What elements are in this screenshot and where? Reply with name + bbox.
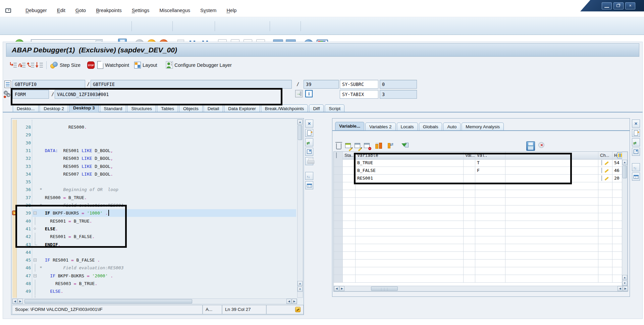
goto-statement-icon[interactable] xyxy=(295,90,303,97)
restore-button[interactable] xyxy=(613,2,624,9)
code-line-35[interactable]: 35 xyxy=(11,178,296,186)
variable-row-empty[interactable] xyxy=(334,236,623,244)
move-column-icon[interactable]: ⇄ xyxy=(387,142,395,150)
variables-tab-globals[interactable]: Globals xyxy=(419,123,442,130)
change-value-icon[interactable] xyxy=(601,160,602,166)
code-line-45[interactable]: 45 IF RES001 = B_FALSE . xyxy=(11,256,296,264)
variables-tab-locals[interactable]: Locals xyxy=(397,123,418,130)
table-scroll-right-icon[interactable]: ▶ xyxy=(339,286,344,291)
line-number-field[interactable]: 39 xyxy=(304,80,339,89)
include-field[interactable]: GBTFUFIE xyxy=(91,80,292,89)
code-line-33[interactable]: 33 RES005 LIKE D_BOOL, xyxy=(11,162,296,170)
change-variable-icon[interactable] xyxy=(354,142,362,150)
info-icon[interactable]: i xyxy=(305,90,313,97)
code-line-32[interactable]: 32 RES003 LIKE D_BOOL, xyxy=(11,154,296,162)
step-return-icon[interactable] xyxy=(27,61,35,69)
table-vscrollbar[interactable]: ▲ ▲ ▼ xyxy=(622,152,628,286)
col-change[interactable]: Ch... xyxy=(598,152,612,159)
maximize-variables-icon[interactable] xyxy=(632,148,640,156)
fold-icon[interactable] xyxy=(34,259,37,262)
table-scroll-left2-icon[interactable]: ◀ xyxy=(618,286,623,291)
row-selector[interactable] xyxy=(334,221,343,229)
table-variables-icon[interactable] xyxy=(632,173,640,181)
scroll-right2-icon[interactable]: ▶ xyxy=(292,299,297,304)
editor-hscrollbar[interactable]: ◀ ▶ ◀ ▶ xyxy=(12,298,297,304)
row-selector[interactable] xyxy=(334,205,343,213)
sap-menu-icon[interactable] xyxy=(5,8,11,13)
menu-item-system[interactable]: System xyxy=(195,7,221,14)
variable-row-empty[interactable] xyxy=(334,275,623,283)
menu-item-breakpoints[interactable]: Breakpoints xyxy=(91,7,127,14)
configure-debugger-layer-button[interactable]: Configure Debugger Layer xyxy=(174,62,232,68)
scroll-left-icon[interactable]: ◀ xyxy=(12,299,17,304)
step-over-icon[interactable] xyxy=(18,61,26,69)
close-variables-icon[interactable]: × xyxy=(632,120,640,128)
maximize-view-icon[interactable] xyxy=(305,148,313,156)
print-view-icon[interactable] xyxy=(305,157,313,165)
variable-row-empty[interactable] xyxy=(334,198,623,205)
step-size-icon[interactable] xyxy=(50,62,58,68)
menu-item-debugger[interactable]: Debugger xyxy=(20,7,52,14)
code-line-47[interactable]: 47 IF BKPF-BUKRS = '2000' . xyxy=(11,272,296,280)
menu-item-goto[interactable]: Goto xyxy=(70,7,91,14)
row-selector[interactable] xyxy=(334,152,343,159)
menu-item-help[interactable]: Help xyxy=(221,7,241,14)
table-view-icon[interactable] xyxy=(305,181,313,189)
swap-variables-icon[interactable]: ⇄ xyxy=(632,138,640,146)
close-view-icon[interactable]: × xyxy=(305,120,313,128)
filter-icon[interactable] xyxy=(401,142,409,150)
compare-variables-icon[interactable]: ↓↓ xyxy=(375,142,383,150)
tab-diff[interactable]: Diff xyxy=(309,104,324,112)
scroll-right-icon[interactable]: ▶ xyxy=(18,299,23,304)
continue-icon[interactable] xyxy=(36,61,44,69)
watchpoint-icon[interactable] xyxy=(97,61,103,69)
delete-row-icon[interactable]: − xyxy=(363,142,371,150)
row-selector[interactable] xyxy=(334,190,343,198)
close-button[interactable]: × xyxy=(625,2,635,9)
code-line-31[interactable]: 31 DATA: RES001 LIKE D_BOOL, xyxy=(11,147,296,154)
row-selector[interactable] xyxy=(334,198,343,205)
step-into-icon[interactable] xyxy=(9,61,17,69)
tab-objects[interactable]: Objects xyxy=(179,104,203,112)
delete-variable-icon[interactable] xyxy=(335,142,343,150)
fold-icon[interactable] xyxy=(34,274,37,277)
editor-vscroll-thumb[interactable] xyxy=(298,125,302,140)
step-size-button[interactable]: Step Size xyxy=(60,62,80,68)
menu-item-miscellaneous[interactable]: Miscellaneous xyxy=(154,7,195,14)
layout-icon[interactable] xyxy=(134,62,141,68)
table-vscroll-thumb[interactable] xyxy=(623,166,627,178)
code-line-36[interactable]: 36* Beginning of OR loop xyxy=(11,186,296,193)
variables-tab-variable-[interactable]: Variable... xyxy=(335,122,364,130)
code-line-49[interactable]: 49 ELSE. xyxy=(11,287,296,295)
program-field[interactable]: GBTFUFI0 xyxy=(12,80,85,89)
change-value-icon[interactable] xyxy=(601,175,602,181)
updown-views-icon[interactable]: ↑↓ xyxy=(305,172,313,180)
services-icon[interactable] xyxy=(538,141,546,149)
table-scroll-right2-icon[interactable]: ▶ xyxy=(623,286,628,291)
row-selector[interactable] xyxy=(334,275,343,283)
code-line-44[interactable]: 44 xyxy=(11,248,296,256)
minimize-button[interactable] xyxy=(602,2,612,9)
variables-tab-auto[interactable]: Auto xyxy=(443,123,461,130)
menu-item-settings[interactable]: Settings xyxy=(127,7,154,14)
code-line-37[interactable]: 37 RES000 = B_TRUE. xyxy=(11,194,296,201)
table-scroll-up-icon[interactable]: ▲ xyxy=(622,160,627,165)
variable-row-empty[interactable] xyxy=(334,260,623,267)
row-selector[interactable] xyxy=(334,267,343,275)
variable-row-empty[interactable] xyxy=(334,205,623,213)
row-selector[interactable] xyxy=(334,236,343,244)
row-selector[interactable] xyxy=(334,252,343,260)
row-selector[interactable] xyxy=(334,213,343,221)
select-all-icon[interactable] xyxy=(336,152,337,158)
editor-hscroll-thumb[interactable] xyxy=(24,299,192,304)
updown-variables-icon[interactable]: ↑↓ xyxy=(632,163,640,171)
swap-views-icon[interactable]: ⇄ xyxy=(305,138,313,146)
stop-icon[interactable]: STOP xyxy=(87,61,95,69)
menu-item-edit[interactable]: Edit xyxy=(52,7,70,14)
editor-vscrollbar[interactable]: ▲ ▲ ▼ xyxy=(297,119,303,298)
row-selector[interactable] xyxy=(334,159,343,167)
row-selector[interactable] xyxy=(334,175,343,182)
tab-desktop-2[interactable]: Desktop 2 xyxy=(40,104,68,112)
code-line-50[interactable]: 50 RES003 = B_FALSE. xyxy=(11,295,296,298)
tab-standard[interactable]: Standard xyxy=(100,104,126,112)
